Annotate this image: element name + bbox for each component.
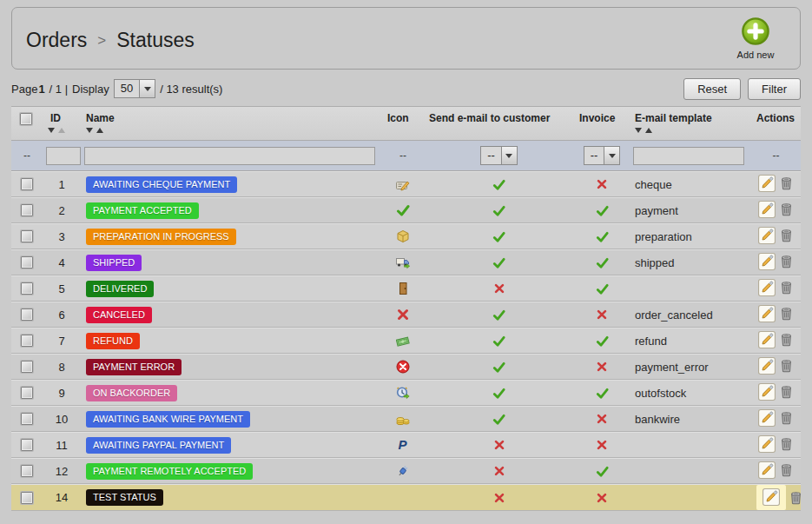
check-icon — [492, 308, 505, 320]
sort-asc-icon[interactable] — [58, 128, 65, 133]
status-badge: PAYMENT ACCEPTED — [86, 202, 199, 219]
display-count-select[interactable]: 50 — [114, 79, 155, 98]
email-template: outofstock — [630, 380, 751, 406]
pencil-icon — [758, 208, 776, 221]
delete-button[interactable] — [777, 202, 795, 219]
sort-asc-icon[interactable] — [96, 128, 103, 133]
table-row[interactable]: 14 TEST STATUS — [11, 484, 801, 511]
delete-button[interactable] — [777, 254, 795, 271]
status-badge: DELIVERED — [86, 281, 154, 297]
table-row[interactable]: 4 SHIPPED shipped — [11, 249, 801, 275]
table-row[interactable]: 9 ON BACKORDER outofstock — [11, 380, 801, 406]
delete-button[interactable] — [777, 358, 795, 375]
sort-desc-icon[interactable] — [635, 128, 642, 133]
status-badge: ON BACKORDER — [86, 385, 177, 401]
coins-icon — [396, 412, 410, 424]
row-checkbox[interactable] — [21, 361, 33, 373]
row-checkbox[interactable] — [21, 282, 33, 295]
table-row[interactable]: 10 AWAITING BANK WIRE PAYMENT bankwire — [11, 406, 801, 432]
table-row[interactable]: 5 DELIVERED — [11, 275, 801, 302]
table-row[interactable]: 1 AWAITING CHEQUE PAYMENT cheque — [11, 171, 801, 197]
delete-button[interactable] — [777, 462, 795, 480]
row-checkbox[interactable] — [21, 465, 33, 477]
edit-button[interactable] — [756, 383, 777, 403]
status-badge: TEST STATUS — [86, 489, 163, 506]
edit-button[interactable] — [756, 201, 777, 221]
page-label: Page — [11, 83, 37, 96]
table-row[interactable]: 6 CANCELED order_canceled — [11, 302, 801, 328]
table-row[interactable]: 8 PAYMENT ERROR payment_error — [11, 354, 801, 380]
cross-icon — [596, 439, 608, 451]
edit-button[interactable] — [756, 409, 777, 429]
page: Orders > Statuses Add new Page1 / 1 | Di… — [0, 0, 812, 511]
row-checkbox[interactable] — [21, 413, 33, 425]
delete-button[interactable] — [777, 176, 795, 193]
template-filter-input[interactable] — [633, 147, 744, 165]
row-checkbox[interactable] — [21, 308, 33, 321]
delete-button[interactable] — [777, 228, 795, 245]
table-row[interactable]: 7 REFUND refund — [11, 328, 801, 354]
edit-button[interactable] — [756, 435, 777, 455]
row-id: 14 — [43, 484, 81, 511]
row-checkbox[interactable] — [21, 439, 33, 451]
pencil-icon — [758, 416, 776, 429]
invoice-filter-select[interactable]: -- — [584, 146, 621, 165]
row-id: 2 — [43, 197, 81, 223]
trash-icon — [779, 232, 794, 245]
breadcrumb-section[interactable]: Orders — [26, 29, 87, 52]
edit-highlight — [756, 485, 786, 510]
row-checkbox[interactable] — [21, 335, 33, 347]
trash-icon — [789, 494, 803, 507]
delete-button[interactable] — [777, 332, 795, 349]
row-checkbox[interactable] — [21, 230, 33, 242]
pencil-icon — [758, 338, 776, 351]
name-filter-input[interactable] — [84, 147, 375, 165]
table-row[interactable]: 2 PAYMENT ACCEPTED payment — [11, 197, 801, 223]
send-email-filter-select[interactable]: -- — [480, 146, 518, 165]
header-panel: Orders > Statuses Add new — [11, 7, 801, 70]
select-all-checkbox[interactable] — [20, 113, 32, 125]
edit-button[interactable] — [756, 279, 777, 299]
delete-button[interactable] — [777, 436, 795, 454]
sort-desc-icon[interactable] — [48, 128, 55, 133]
reset-button[interactable]: Reset — [683, 78, 741, 100]
table-row[interactable]: 12 PAYMENT REMOTELY ACCEPTED — [11, 458, 801, 484]
sort-asc-icon[interactable] — [645, 128, 652, 133]
delete-button[interactable] — [777, 280, 795, 297]
row-checkbox[interactable] — [21, 387, 33, 399]
delete-button[interactable] — [777, 384, 795, 401]
column-header-icon: Icon — [382, 106, 424, 141]
edit-button[interactable] — [756, 305, 777, 325]
cheque-icon — [396, 177, 410, 189]
add-new-button[interactable]: Add new — [725, 17, 786, 60]
add-new-plus-icon — [741, 36, 770, 49]
sort-desc-icon[interactable] — [86, 128, 93, 133]
check-icon — [596, 282, 609, 294]
delete-button[interactable] — [787, 490, 805, 507]
door-icon — [396, 282, 410, 294]
edit-button[interactable] — [756, 253, 777, 273]
row-checkbox[interactable] — [21, 256, 33, 269]
table-row[interactable]: 11 AWAITING PAYPAL PAYMENT P — [11, 432, 801, 458]
id-filter-input[interactable] — [46, 147, 81, 165]
row-checkbox[interactable] — [21, 492, 33, 504]
edit-button[interactable] — [761, 488, 782, 508]
edit-button[interactable] — [756, 357, 777, 377]
row-checkbox[interactable] — [21, 178, 33, 190]
table-row[interactable]: 3 PREPARATION IN PROGRESS preparation — [11, 223, 801, 249]
email-template: preparation — [630, 223, 751, 249]
edit-button[interactable] — [756, 331, 777, 351]
delete-button[interactable] — [777, 410, 795, 428]
filter-button[interactable]: Filter — [748, 78, 801, 100]
trash-icon — [779, 180, 794, 193]
email-template — [630, 275, 751, 302]
row-id: 1 — [43, 171, 81, 197]
email-template — [630, 432, 751, 458]
delete-button[interactable] — [777, 306, 795, 323]
check-icon — [492, 255, 505, 268]
edit-button[interactable] — [756, 227, 777, 247]
row-checkbox[interactable] — [21, 204, 33, 216]
filter-row: -- -- -- -- -- — [11, 141, 801, 171]
edit-button[interactable] — [756, 461, 777, 481]
edit-button[interactable] — [756, 175, 777, 195]
